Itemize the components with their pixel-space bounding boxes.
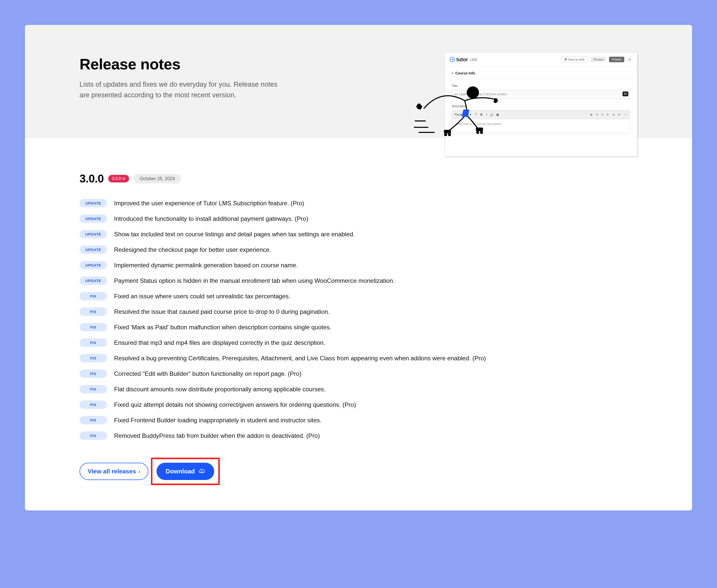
update-badge: UPDATE — [80, 230, 107, 238]
more-icon[interactable]: ⋯ — [624, 113, 627, 117]
release-item-text: Fixed Frontend Builder loading inappropr… — [114, 417, 637, 424]
outdent-icon[interactable]: ⇤ — [618, 113, 621, 117]
fix-badge: FIX — [80, 416, 107, 424]
release-item-text: Improved the user experience of Tutor LM… — [114, 200, 637, 207]
indent-icon[interactable]: ⇥ — [612, 113, 615, 117]
download-button[interactable]: Download — [156, 463, 214, 480]
release-item: FIXEnsured that mp3 and mp4 files are di… — [80, 338, 637, 347]
release-item: FIXFixed 'Mark as Paid' button malfuncti… — [80, 323, 637, 331]
release-version: 3.0.0 — [80, 172, 104, 185]
release-item-text: Resolved a bug preventing Certificates, … — [114, 355, 637, 362]
fix-badge: FIX — [80, 323, 107, 331]
fix-badge: FIX — [80, 308, 107, 316]
release-item: FIXFixed an issue where users could set … — [80, 292, 637, 300]
fix-badge: FIX — [80, 432, 107, 440]
release-item-text: Implemented dynamic permalink generation… — [114, 262, 637, 269]
view-all-releases-label: View all releases — [88, 468, 136, 475]
mock-logo: ✦ tutor LMS — [450, 57, 477, 63]
release-item-text: Redesigned the checkout page for better … — [114, 246, 637, 253]
chevron-right-icon: › — [139, 468, 140, 475]
skater-illustration — [414, 70, 498, 138]
release-rc-badge: 3.0.0 rc — [108, 175, 129, 183]
list-bullets-icon[interactable]: ≣ — [590, 113, 592, 117]
mock-preview-label: Preview — [593, 58, 604, 61]
close-icon[interactable]: ✕ — [627, 57, 632, 62]
cloud-download-icon — [198, 468, 205, 474]
svg-point-3 — [448, 133, 451, 136]
release-item: FIXResolved a bug preventing Certificate… — [80, 354, 637, 362]
page-title: Release notes — [80, 56, 288, 73]
release-item: UPDATEShow tax included text on course l… — [80, 230, 637, 238]
align-left-icon[interactable]: ≡ — [596, 113, 598, 117]
release-item-text: Ensured that mp3 and mp4 files are displ… — [114, 339, 637, 346]
logo-suffix-text: LMS — [470, 58, 478, 62]
update-badge: UPDATE — [80, 261, 107, 269]
release-item: UPDATEImplemented dynamic permalink gene… — [80, 261, 637, 269]
mock-publish-label: Publish — [612, 58, 621, 61]
mock-save-draft-button[interactable]: 🗐 Save as draft — [561, 57, 588, 63]
hero-section: Release notes Lists of updates and fixes… — [25, 25, 692, 138]
update-badge: UPDATE — [80, 276, 107, 285]
svg-point-6 — [480, 131, 483, 134]
release-item-text: Introduced the functionality to install … — [114, 215, 637, 222]
fix-badge: FIX — [80, 370, 107, 378]
align-center-icon[interactable]: ≡ — [602, 113, 603, 117]
release-item: FIXFlat discount amounts now distribute … — [80, 385, 637, 393]
svg-rect-1 — [444, 130, 451, 133]
release-header: 3.0.0 3.0.0 rc October 25, 2024 — [80, 172, 637, 185]
save-icon: 🗐 — [564, 58, 567, 61]
hero-illustration: ✦ tutor LMS 🗐 Save as draft Preview — [437, 52, 637, 140]
logo-mark-icon: ✦ — [450, 57, 455, 62]
page-card: Release notes Lists of updates and fixes… — [25, 25, 692, 510]
fix-badge: FIX — [80, 338, 107, 347]
update-badge: UPDATE — [80, 214, 107, 223]
release-item-text: Corrected "Edit with Builder" button fun… — [114, 370, 637, 377]
mock-save-draft-label: Save as draft — [568, 58, 585, 61]
release-item-text: Flat discount amounts now distribute pro… — [114, 386, 637, 393]
svg-point-0 — [467, 86, 479, 99]
fix-badge: FIX — [80, 385, 107, 393]
release-item-text: Payment Status option is hidden in the m… — [114, 277, 637, 284]
fix-badge: FIX — [80, 400, 107, 409]
release-item: UPDATEImproved the user experience of Tu… — [80, 199, 637, 207]
mock-preview-button[interactable]: Preview — [590, 57, 607, 62]
release-item: FIXFixed quiz attempt details not showin… — [80, 400, 637, 409]
button-row: View all releases › Download — [80, 463, 637, 480]
page-subtitle: Lists of updates and fixes we do everyda… — [80, 79, 288, 101]
release-items-list: UPDATEImproved the user experience of Tu… — [80, 199, 637, 440]
fix-badge: FIX — [80, 292, 107, 300]
input-char-counter: 60 — [623, 91, 628, 96]
release-item: FIXCorrected "Edit with Builder" button … — [80, 370, 637, 378]
release-item-text: Fixed quiz attempt details not showing c… — [114, 401, 637, 408]
release-item-text: Show tax included text on course listing… — [114, 231, 637, 238]
logo-brand-text: tutor — [456, 57, 468, 63]
release-content: 3.0.0 3.0.0 rc October 25, 2024 UPDATEIm… — [25, 138, 692, 510]
release-item: FIXFixed Frontend Builder loading inappr… — [80, 416, 637, 424]
release-item-text: Fixed 'Mark as Paid' button malfunction … — [114, 324, 637, 331]
release-item: UPDATERedesigned the checkout page for b… — [80, 246, 637, 254]
release-date-badge: October 25, 2024 — [134, 174, 181, 184]
svg-point-2 — [444, 133, 447, 136]
align-right-icon[interactable]: ≡ — [607, 113, 609, 117]
mock-top-buttons: 🗐 Save as draft Preview Publish ✕ — [561, 57, 632, 63]
download-label: Download — [166, 468, 195, 475]
svg-rect-4 — [476, 128, 483, 131]
mock-publish-button[interactable]: Publish — [609, 57, 624, 62]
update-badge: UPDATE — [80, 246, 107, 254]
fix-badge: FIX — [80, 354, 107, 362]
release-item: FIXResolved the issue that caused paid c… — [80, 308, 637, 316]
release-item-text: Removed BuddyPress tab from builder when… — [114, 432, 637, 439]
release-item: UPDATEPayment Status option is hidden in… — [80, 276, 637, 285]
release-item: UPDATEIntroduced the functionality to in… — [80, 214, 637, 223]
release-item-text: Fixed an issue where users could set unr… — [114, 293, 637, 300]
release-item-text: Resolved the issue that caused paid cour… — [114, 308, 637, 315]
mock-topbar: ✦ tutor LMS 🗐 Save as draft Preview — [445, 52, 637, 67]
release-item: FIXRemoved BuddyPress tab from builder w… — [80, 432, 637, 440]
svg-point-5 — [476, 131, 479, 134]
update-badge: UPDATE — [80, 199, 107, 207]
view-all-releases-button[interactable]: View all releases › — [80, 463, 148, 480]
